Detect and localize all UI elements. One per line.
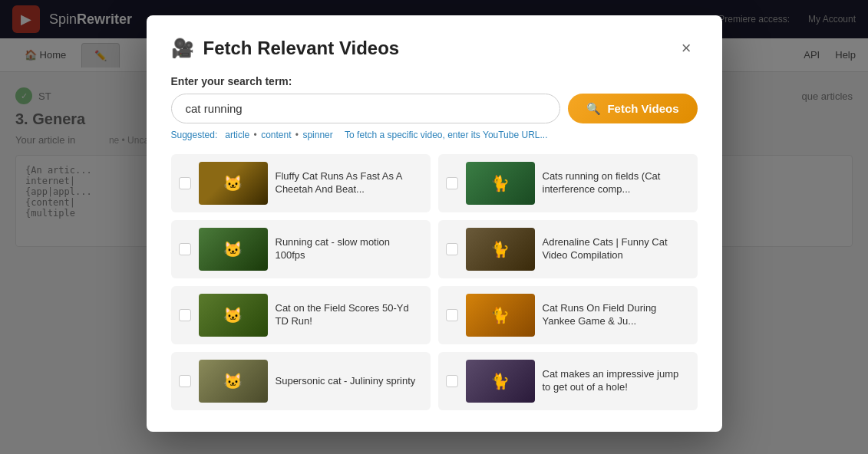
fetch-videos-modal: 🎥 Fetch Relevant Videos × Enter your sea… (147, 15, 722, 432)
thumb-bg: 🐈 (466, 162, 535, 205)
video-item[interactable]: 🐱Supersonic cat - Julininy sprinty (171, 352, 431, 410)
video-title: Cat on the Field Scores 50-Yd TD Run! (276, 302, 423, 328)
modal-title: Fetch Relevant Videos (203, 38, 400, 59)
suggestions: Suggested: article • content • spinner T… (171, 130, 698, 140)
video-camera-icon: 🎥 (171, 38, 194, 59)
thumb-bg: 🐈 (466, 294, 535, 337)
suggestion-content[interactable]: content (261, 130, 291, 140)
video-checkbox[interactable] (446, 243, 458, 255)
video-thumbnail: 🐱 (199, 294, 268, 337)
search-icon: 🔍 (586, 102, 601, 116)
fetch-videos-button[interactable]: 🔍 Fetch Videos (568, 94, 697, 123)
video-item[interactable]: 🐱Cat on the Field Scores 50-Yd TD Run! (171, 286, 431, 344)
suggestion-article[interactable]: article (225, 130, 249, 140)
video-thumbnail: 🐱 (199, 360, 268, 403)
sep-1: • (254, 130, 260, 140)
fetch-button-label: Fetch Videos (607, 102, 678, 115)
modal-header: 🎥 Fetch Relevant Videos × (171, 37, 698, 60)
search-input[interactable] (171, 94, 561, 123)
thumb-bg: 🐱 (199, 360, 268, 403)
modal-close-button[interactable]: × (675, 37, 698, 60)
thumb-bg: 🐈 (466, 228, 535, 271)
video-title: Cat Runs On Field During Yankee Game & J… (543, 302, 690, 328)
thumb-bg: 🐱 (199, 228, 268, 271)
video-title: Running cat - slow motion 100fps (276, 236, 423, 262)
search-label: Enter your search term: (171, 75, 698, 87)
video-thumbnail: 🐱 (199, 228, 268, 271)
video-title: Supersonic cat - Julininy sprinty (276, 375, 416, 388)
video-grid: 🐱Fluffy Cat Runs As Fast As A Cheetah An… (171, 154, 698, 410)
video-checkbox[interactable] (446, 309, 458, 321)
video-title: Adrenaline Cats | Funny Cat Video Compil… (543, 236, 690, 262)
sep-2: • (295, 130, 302, 140)
video-checkbox[interactable] (179, 243, 191, 255)
video-item[interactable]: 🐈Adrenaline Cats | Funny Cat Video Compi… (438, 220, 698, 278)
video-item[interactable]: 🐱Running cat - slow motion 100fps (171, 220, 431, 278)
video-checkbox[interactable] (179, 375, 191, 387)
video-thumbnail: 🐈 (466, 162, 535, 205)
thumb-bg: 🐱 (199, 294, 268, 337)
search-section: Enter your search term: 🔍 Fetch Videos S… (171, 75, 698, 140)
suggestions-label: Suggested: (171, 130, 218, 140)
video-thumbnail: 🐈 (466, 360, 535, 403)
suggestion-spinner[interactable]: spinner (302, 130, 332, 140)
video-title: Cats running on fields (Cat interference… (543, 170, 690, 196)
video-title: Cat makes an impressive jump to get out … (543, 368, 690, 394)
video-checkbox[interactable] (179, 309, 191, 321)
search-row: 🔍 Fetch Videos (171, 94, 698, 123)
video-thumbnail: 🐱 (199, 162, 268, 205)
thumb-bg: 🐈 (466, 360, 535, 403)
video-checkbox[interactable] (179, 177, 191, 189)
youtube-hint: To fetch a specific video, enter its You… (345, 130, 547, 140)
video-checkbox[interactable] (446, 375, 458, 387)
video-thumbnail: 🐈 (466, 228, 535, 271)
modal-title-group: 🎥 Fetch Relevant Videos (171, 38, 400, 59)
video-thumbnail: 🐈 (466, 294, 535, 337)
video-item[interactable]: 🐈Cat makes an impressive jump to get out… (438, 352, 698, 410)
video-item[interactable]: 🐈Cats running on fields (Cat interferenc… (438, 154, 698, 212)
thumb-bg: 🐱 (199, 162, 268, 205)
video-item[interactable]: 🐱Fluffy Cat Runs As Fast As A Cheetah An… (171, 154, 431, 212)
video-title: Fluffy Cat Runs As Fast As A Cheetah And… (276, 170, 423, 196)
video-item[interactable]: 🐈Cat Runs On Field During Yankee Game & … (438, 286, 698, 344)
video-checkbox[interactable] (446, 177, 458, 189)
modal-overlay: 🎥 Fetch Relevant Videos × Enter your sea… (0, 0, 868, 454)
